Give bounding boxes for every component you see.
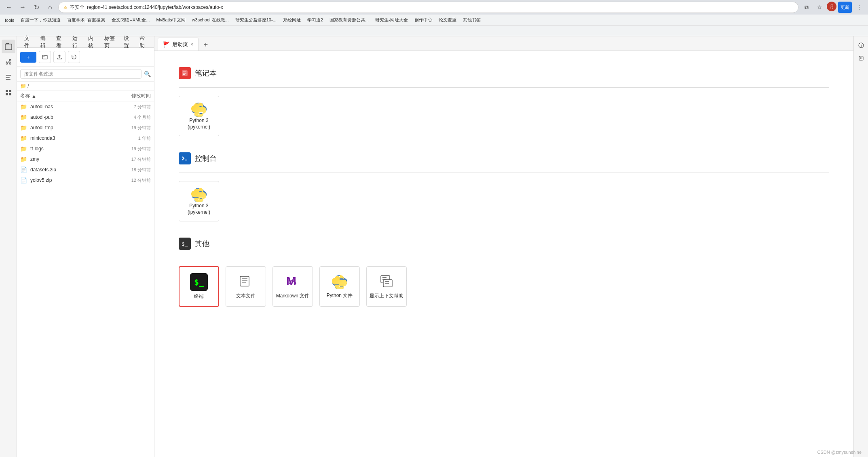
new-button[interactable]: + [20,52,36,63]
sidebar-ext-btn[interactable] [2,86,15,99]
name-col-header[interactable]: 名称 ▲ [20,93,114,99]
bookmark-baidu[interactable]: 百度一下，你就知道 [19,16,62,24]
console-python3-label: Python 3(ipykernel) [188,203,210,215]
other-section: $_ 其他 $_ 终端 [179,238,829,307]
terminal-label: 终端 [194,293,204,300]
browser-actions: ⧉ ☆ 月 更新 ⋮ [801,2,865,13]
svg-rect-12 [6,93,8,95]
file-name: tf-logs [30,146,114,152]
tab-close[interactable]: × [190,42,193,47]
debugger-btn[interactable] [855,53,867,64]
address-bar[interactable]: ⚠ 不安全 region-41.seetacloud.com:12440/jup… [58,2,798,13]
home-button[interactable]: ⌂ [44,2,56,13]
bookmark-create[interactable]: 创作中心 [413,16,434,24]
file-item[interactable]: 📄 yolov5.zip 12 分钟前 [17,175,154,185]
svg-rect-7 [6,75,11,76]
file-toolbar: + [17,48,154,67]
bookmark-other[interactable]: 其他书签 [461,16,482,24]
bookmark-lecture[interactable]: 研究生公益讲座10-... [234,16,278,24]
bookmark-baidu-scholar[interactable]: 百度学术_百度搜索 [65,16,107,24]
file-type-icon: 📁 [20,135,27,141]
sidebar-git-btn[interactable] [2,55,15,69]
forward-button[interactable]: → [17,2,28,13]
back-button[interactable]: ← [3,2,15,13]
upload-button[interactable] [53,51,65,63]
launcher: 笔记本 [154,51,853,457]
svg-rect-10 [6,90,8,92]
new-tab-button[interactable]: + [200,39,211,51]
file-time: 4 个月前 [114,114,151,120]
plus-icon: + [27,54,30,60]
text-file-label: 文本文件 [236,293,256,299]
sidebar-files-btn[interactable] [2,40,15,53]
file-time: 1 年前 [114,135,151,141]
python-file-card[interactable]: Python 文件 [319,266,360,307]
bookmark-zheng[interactable]: 郑经网址 [281,16,302,24]
extensions-btn[interactable]: ⧉ [801,2,812,13]
terminal-card[interactable]: $_ 终端 [179,266,219,307]
file-item[interactable]: 📁 miniconda3 1 年前 [17,133,154,143]
file-item[interactable]: 📁 autodl-nas 7 分钟前 [17,101,154,112]
file-type-icon: 📁 [20,124,27,131]
property-inspector-btn[interactable] [855,40,867,51]
file-item[interactable]: 📄 datasets.zip 18 分钟前 [17,164,154,175]
bookmark-btn[interactable]: ☆ [814,2,825,13]
python-file-label: Python 文件 [327,293,353,299]
folder-button[interactable] [39,51,51,63]
search-icon[interactable]: 🔍 [144,71,151,77]
file-type-icon: 📄 [20,166,27,173]
notebook-section: 笔记本 [179,67,829,136]
security-label: 不安全 [70,4,84,11]
file-item[interactable]: 📁 zmy 17 分钟前 [17,154,154,164]
time-col-header[interactable]: 修改时间 [114,93,151,99]
bookmark-mybatis[interactable]: MyBatis中文网 [155,16,187,24]
breadcrumb: 📁 / [17,82,154,91]
file-item[interactable]: 📁 autodl-tmp 19 分钟前 [17,122,154,133]
notebook-python3-label: Python 3(ipykernel) [188,118,210,130]
svg-rect-11 [9,90,11,92]
file-item[interactable]: 📁 tf-logs 19 分钟前 [17,143,154,154]
bookmark-w3school[interactable]: w3school 在线教... [190,16,230,24]
file-type-icon: 📁 [20,156,27,162]
bookmark-xuexitong[interactable]: 学习通2 [306,16,325,24]
refresh-button[interactable] [68,51,80,63]
terminal-icon: $_ [190,273,208,291]
svg-text:$_: $_ [182,241,188,247]
svg-rect-8 [6,77,10,78]
sidebar-icons [0,36,17,457]
file-item[interactable]: 📁 autodl-pub 4 个月前 [17,112,154,122]
content-tabs: 🚩 启动页 × + [154,36,853,51]
file-time: 7 分钟前 [114,104,151,110]
launcher-tab[interactable]: 🚩 启动页 × [158,38,199,51]
refresh-button[interactable]: ↻ [31,2,42,13]
update-button[interactable]: 更新 [838,2,852,13]
svg-rect-17 [240,276,249,286]
file-name: yolov5.zip [30,177,114,183]
profile-btn[interactable]: 月 [827,2,836,11]
other-header: $_ 其他 [179,238,829,250]
bookmark-tools[interactable]: tools [3,17,16,23]
notebook-header: 笔记本 [179,67,829,79]
menu-btn[interactable]: ⋮ [853,2,865,13]
search-input[interactable] [20,69,141,79]
file-list: 📁 autodl-nas 7 分钟前 📁 autodl-pub 4 个月前 📁 … [17,101,154,457]
other-section-icon: $_ [179,238,191,250]
file-time: 19 分钟前 [114,125,151,131]
file-type-icon: 📁 [20,103,27,110]
footer-note: CSDN @zmysunshine [817,450,862,455]
context-help-card[interactable]: 显示上下文帮助 [366,266,407,307]
file-time: 17 分钟前 [114,156,151,162]
text-file-card[interactable]: 文本文件 [226,266,266,307]
notebook-python3-card[interactable]: Python 3(ipykernel) [179,96,219,136]
breadcrumb-text[interactable]: 📁 / [20,83,29,89]
bookmark-edu[interactable]: 国家教育资源公共... [328,16,370,24]
bookmark-xml[interactable]: 全文阅读--XML全... [110,16,151,24]
console-python3-card[interactable]: Python 3(ipykernel) [179,181,219,221]
svg-point-29 [861,44,862,44]
file-name: autodl-nas [30,104,114,110]
text-file-icon [239,274,253,290]
bookmark-paper[interactable]: 论文查重 [437,16,458,24]
sidebar-toc-btn[interactable] [2,70,15,84]
markdown-card[interactable]: M Markdown 文件 [272,266,313,307]
bookmark-grad[interactable]: 研究生-网址大全 [374,16,410,24]
